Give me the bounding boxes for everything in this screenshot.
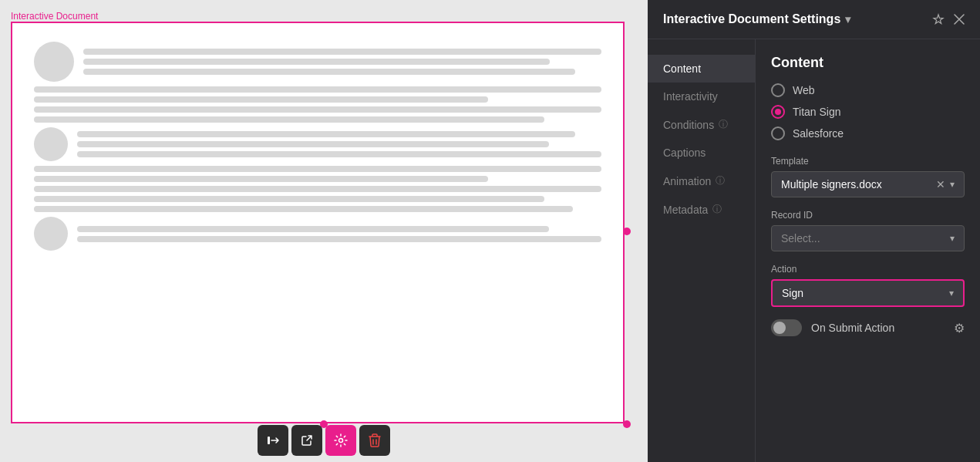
on-submit-gear-icon[interactable]: ⚙ [954, 321, 965, 336]
record-id-placeholder: Select... [781, 232, 820, 244]
interactive-document-label: Interactive Document [11, 11, 98, 22]
doc-avatar-2 [34, 127, 68, 161]
doc-line [34, 96, 488, 103]
radio-web-label: Web [793, 84, 815, 96]
panel-nav: Content Interactivity Conditions ⓘ Capti… [648, 39, 756, 462]
document-content [34, 42, 601, 403]
doc-line [83, 59, 550, 65]
resize-handle-bottom-right[interactable] [623, 420, 631, 428]
radio-salesforce[interactable]: Salesforce [771, 126, 965, 140]
on-submit-label: On Submit Action [811, 322, 894, 334]
sidebar-item-captions[interactable]: Captions [648, 139, 755, 167]
record-id-label: Record ID [771, 210, 965, 221]
radio-salesforce-label: Salesforce [793, 127, 844, 140]
document-frame [11, 22, 625, 423]
template-select[interactable]: Multiple signers.docx ✕ ▾ [771, 171, 965, 197]
delete-button[interactable] [359, 425, 390, 456]
radio-web[interactable]: Web [771, 83, 965, 97]
panel-title-text: Interactive Document Settings [663, 12, 840, 26]
template-chevron-icon: ▾ [950, 179, 955, 190]
template-field-group: Template Multiple signers.docx ✕ ▾ [771, 156, 965, 197]
doc-lines-1 [83, 49, 601, 75]
panel-header: Interactive Document Settings ▾ [648, 0, 980, 39]
pin-button[interactable] [932, 13, 945, 25]
doc-line [34, 86, 601, 93]
doc-line [77, 151, 601, 157]
animation-info-icon: ⓘ [716, 174, 725, 187]
svg-rect-0 [268, 437, 270, 444]
content-section-title: Content [771, 55, 965, 71]
settings-button[interactable] [325, 425, 356, 456]
action-field-group: Action Sign ▾ [771, 264, 965, 307]
doc-line [34, 106, 601, 113]
panel-header-icons [932, 13, 965, 25]
sidebar-item-content[interactable]: Content [648, 55, 755, 83]
doc-avatar-3 [34, 217, 68, 251]
radio-web-circle [771, 83, 785, 97]
template-clear-icon[interactable]: ✕ [936, 178, 945, 191]
doc-line [77, 236, 601, 242]
content-type-radio-group: Web Titan Sign Salesforce [771, 83, 965, 140]
resize-handle-right[interactable] [623, 228, 631, 235]
sidebar-item-interactivity[interactable]: Interactivity [648, 83, 755, 110]
action-label: Action [771, 264, 965, 275]
doc-line [34, 206, 573, 212]
metadata-info-icon: ⓘ [712, 203, 722, 216]
radio-titan-sign-circle [771, 105, 785, 119]
doc-avatar-1 [34, 42, 74, 82]
doc-line [77, 131, 575, 137]
external-link-button[interactable] [291, 425, 322, 456]
svg-point-1 [339, 439, 343, 443]
panel-content: Content Web Titan Sign Salesforce Temp [756, 39, 980, 462]
doc-row-3 [34, 217, 601, 251]
close-button[interactable] [954, 14, 965, 25]
doc-lines-3 [77, 226, 601, 242]
sidebar-item-conditions[interactable]: Conditions ⓘ [648, 110, 755, 139]
sidebar-item-metadata[interactable]: Metadata ⓘ [648, 195, 755, 224]
sidebar-item-animation[interactable]: Animation ⓘ [648, 167, 755, 195]
conditions-info-icon: ⓘ [719, 118, 728, 131]
radio-titan-sign-label: Titan Sign [793, 106, 841, 118]
document-toolbar [258, 425, 390, 456]
record-id-chevron-icon: ▾ [950, 233, 955, 244]
doc-line [83, 69, 575, 75]
template-label: Template [771, 156, 965, 167]
canvas-area: Interactive Document [0, 0, 648, 462]
panel-body: Content Interactivity Conditions ⓘ Capti… [648, 39, 980, 462]
doc-line [34, 186, 601, 192]
action-select[interactable]: Sign ▾ [771, 279, 965, 307]
doc-line [34, 116, 544, 123]
doc-row-1 [34, 42, 601, 82]
settings-panel: Interactive Document Settings ▾ Content … [648, 0, 980, 462]
action-value: Sign [782, 287, 803, 299]
doc-line [34, 176, 488, 182]
on-submit-toggle[interactable] [771, 319, 802, 336]
panel-title-chevron-icon[interactable]: ▾ [845, 13, 850, 25]
standalone-lines-2 [34, 166, 601, 212]
radio-salesforce-circle [771, 126, 785, 140]
record-id-select[interactable]: Select... ▾ [771, 225, 965, 251]
doc-line [34, 166, 601, 172]
standalone-lines-1 [34, 86, 601, 123]
doc-row-2 [34, 127, 601, 161]
fit-button[interactable] [258, 425, 288, 456]
radio-titan-sign[interactable]: Titan Sign [771, 105, 965, 119]
on-submit-toggle-row: On Submit Action ⚙ [771, 319, 965, 336]
record-id-field-group: Record ID Select... ▾ [771, 210, 965, 251]
toggle-thumb [773, 322, 786, 334]
action-chevron-icon: ▾ [949, 288, 954, 298]
doc-lines-2 [77, 131, 601, 157]
doc-line [77, 141, 549, 147]
doc-line [34, 196, 544, 202]
template-value: Multiple signers.docx [781, 178, 936, 191]
panel-title: Interactive Document Settings ▾ [663, 12, 850, 26]
doc-line [77, 226, 549, 232]
doc-line [83, 49, 601, 55]
